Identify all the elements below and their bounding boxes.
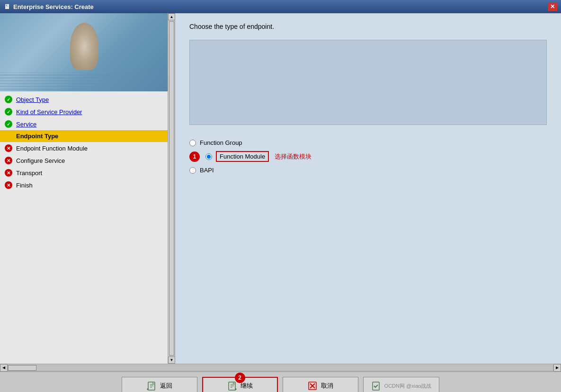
status-icon-red-2: ✕: [5, 157, 12, 164]
status-icon-yellow: [5, 133, 12, 140]
nav-item-kind-of-service[interactable]: ✓ Kind of Service Provider: [0, 106, 175, 118]
back-icon: [147, 381, 156, 391]
wizard-image: [0, 13, 168, 91]
horizontal-scrollbar[interactable]: ◀ ▶: [0, 364, 561, 371]
nav-link-object-type[interactable]: Object Type: [16, 96, 49, 103]
cancel-button[interactable]: 取消: [283, 377, 358, 392]
radio-bapi[interactable]: [189, 167, 196, 174]
nav-label-transport: Transport: [16, 169, 42, 177]
nav-item-object-type[interactable]: ✓ Object Type: [0, 93, 175, 106]
nav-list: ✓ Object Type ✓ Kind of Service Provider…: [0, 91, 175, 364]
scroll-thumb[interactable]: [169, 21, 174, 356]
annotation-badge-2: 2: [235, 373, 245, 383]
status-icon-green-3: ✓: [5, 120, 12, 128]
scroll-right-button[interactable]: ▶: [553, 364, 561, 372]
back-button[interactable]: 返回: [122, 377, 197, 392]
title-bar-text: Enterprise Services: Create: [13, 3, 94, 10]
nav-label-configure-service: Configure Service: [16, 157, 65, 164]
nav-label-finish: Finish: [16, 182, 33, 189]
scroll-thumb-h[interactable]: [8, 365, 36, 371]
nav-item-finish[interactable]: ✕ Finish: [0, 179, 175, 191]
chinese-annotation-label: 选择函数模块: [275, 152, 312, 161]
radio-option-function-group[interactable]: Function Group: [189, 139, 547, 146]
svg-marker-3: [235, 388, 237, 391]
label-function-group: Function Group: [200, 139, 242, 146]
radio-function-module[interactable]: [205, 153, 212, 160]
left-panel: ✓ Object Type ✓ Kind of Service Provider…: [0, 13, 175, 364]
scroll-left-button[interactable]: ◀: [0, 364, 8, 372]
status-icon-red: ✕: [5, 144, 12, 152]
continue-icon: [227, 381, 237, 391]
status-icon-red-4: ✕: [5, 181, 12, 189]
main-container: ✓ Object Type ✓ Kind of Service Provider…: [0, 13, 561, 364]
radio-option-function-module[interactable]: 1 Function Module 选择函数模块: [189, 151, 547, 162]
right-panel: Choose the type of endpoint. Function Gr…: [175, 13, 561, 364]
nav-link-kind-of-service[interactable]: Kind of Service Provider: [16, 108, 82, 116]
info-box: [189, 40, 547, 125]
status-icon-green-2: ✓: [5, 108, 12, 116]
nav-link-service[interactable]: Service: [16, 121, 36, 128]
continue-button-label: 继续: [240, 382, 253, 390]
radio-option-bapi[interactable]: BAPI: [189, 167, 547, 174]
close-button[interactable]: ✕: [548, 2, 557, 11]
cancel-icon: [308, 381, 317, 391]
svg-marker-1: [147, 388, 148, 391]
vertical-scrollbar[interactable]: ▲ ▼: [168, 13, 175, 364]
continue-button[interactable]: 2 继续: [202, 377, 278, 392]
status-icon-red-3: ✕: [5, 169, 12, 177]
bottom-toolbar: 返回 2 继续 取消: [0, 371, 561, 392]
title-bar: 🖥 Enterprise Services: Create ✕: [0, 0, 561, 13]
radio-function-group[interactable]: [189, 140, 196, 146]
finish-button-label: OCDN网 @xiao战战: [384, 383, 432, 390]
app-icon: 🖥: [4, 3, 10, 10]
nav-item-transport[interactable]: ✕ Transport: [0, 167, 175, 179]
scroll-down-button[interactable]: ▼: [168, 356, 175, 364]
label-bapi: BAPI: [200, 167, 214, 174]
nav-item-endpoint-type[interactable]: Endpoint Type: [0, 130, 175, 142]
back-button-label: 返回: [160, 382, 172, 390]
scroll-track: [8, 365, 553, 371]
svg-rect-7: [373, 382, 379, 390]
annotation-badge-1: 1: [189, 151, 200, 162]
instruction-text: Choose the type of endpoint.: [189, 23, 547, 30]
label-function-module: Function Module: [216, 151, 269, 162]
finish-icon: [371, 381, 381, 391]
cancel-button-label: 取消: [321, 382, 333, 390]
status-icon-green: ✓: [5, 96, 12, 103]
nav-item-endpoint-function[interactable]: ✕ Endpoint Function Module: [0, 142, 175, 154]
scroll-up-button[interactable]: ▲: [168, 13, 175, 20]
nav-label-endpoint-function: Endpoint Function Module: [16, 145, 88, 152]
nav-label-endpoint-type: Endpoint Type: [16, 133, 58, 140]
finish-button[interactable]: OCDN网 @xiao战战: [363, 377, 440, 392]
nav-item-configure-service[interactable]: ✕ Configure Service: [0, 154, 175, 167]
radio-group: Function Group 1 Function Module 选择函数模块 …: [189, 139, 547, 174]
nav-item-service[interactable]: ✓ Service: [0, 118, 175, 130]
